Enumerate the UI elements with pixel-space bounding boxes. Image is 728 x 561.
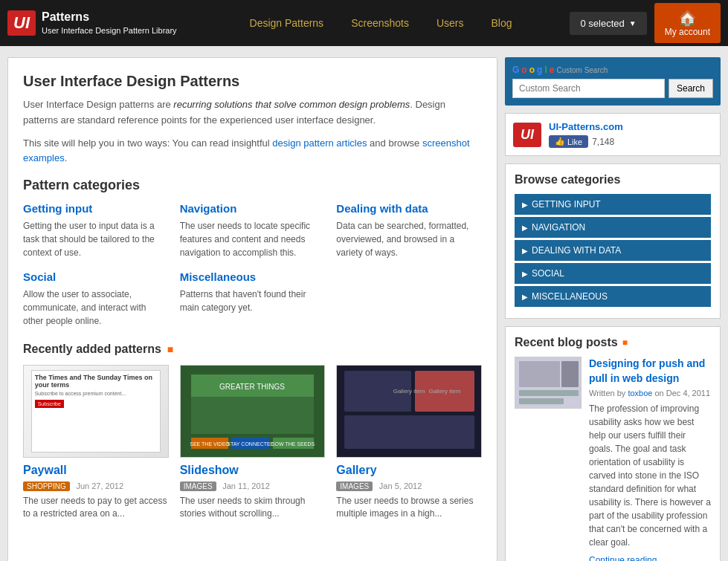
main-nav: Design Patterns Screenshots Users Blog	[192, 11, 570, 35]
browse-categories-box: Browse categories ▶ GETTING INPUT ▶ NAVI…	[505, 163, 721, 319]
facebook-like-row: 👍 Like 7,148	[549, 135, 623, 148]
intro-text-2: This site will help you in two ways: You…	[23, 136, 482, 167]
category-navigation-desc: The user needs to locate specific featur…	[180, 219, 326, 259]
slideshow-meta: IMAGES Jan 11, 2012	[180, 480, 326, 491]
category-social-desc: Allow the user to associate, communicate…	[23, 288, 169, 328]
cat-arrow-icon-5: ▶	[522, 293, 528, 301]
category-navigation-link[interactable]: Navigation	[180, 202, 326, 215]
design-pattern-link[interactable]: design pattern articles	[272, 137, 367, 149]
category-getting-input-link[interactable]: Getting input	[23, 202, 169, 215]
recently-added-title: Recently added patterns ■	[23, 343, 482, 356]
paywall-thumb-inner: The Times and The Sunday Times on your t…	[31, 370, 161, 453]
blog-post-title[interactable]: Designing for push and pull in web desig…	[589, 357, 711, 386]
sidebar-cat-getting-input[interactable]: ▶ GETTING INPUT	[515, 194, 711, 215]
blog-post-date: Dec 4, 2011	[666, 389, 710, 398]
logo-icon: UI	[7, 10, 36, 36]
nav-users[interactable]: Users	[425, 11, 476, 35]
sidebar-cat-social[interactable]: ▶ SOCIAL	[515, 263, 711, 284]
svg-rect-18	[519, 390, 579, 396]
slideshow-desc: The user needs to skim through stories w…	[180, 495, 326, 520]
svg-text:STAY CONNECTED: STAY CONNECTED	[227, 441, 274, 447]
patterns-grid: The Times and The Sunday Times on your t…	[23, 365, 482, 520]
gallery-title[interactable]: Gallery	[336, 464, 482, 477]
svg-rect-13	[344, 415, 474, 449]
svg-text:Gallery item: Gallery item	[428, 388, 460, 395]
recent-posts-title: Recent blog posts ■	[515, 336, 711, 349]
logo-subtitle: User Interface Design Pattern Library	[42, 26, 177, 35]
facebook-like-button[interactable]: 👍 Like	[549, 135, 588, 148]
cat-arrow-icon-4: ▶	[522, 270, 528, 278]
custom-search-label: Custom Search	[556, 66, 608, 74]
nav-screenshots[interactable]: Screenshots	[339, 11, 421, 35]
blog-post-content: Designing for push and pull in web desig…	[589, 357, 711, 561]
pattern-card-gallery: Gallery item Gallery item Gallery IMAGES…	[336, 365, 482, 520]
svg-text:SOW THE SEEDS: SOW THE SEEDS	[271, 441, 315, 447]
browse-categories-title: Browse categories	[515, 173, 711, 187]
paywall-desc: The user needs to pay to get access to a…	[23, 495, 169, 520]
slideshow-date: Jan 11, 2012	[222, 481, 270, 490]
cat-arrow-icon-3: ▶	[522, 247, 528, 255]
selected-button[interactable]: 0 selected ▼	[570, 12, 646, 35]
svg-rect-17	[519, 361, 560, 387]
gallery-desc: The user needs to browse a series multip…	[336, 495, 482, 520]
header: UI Patterns User Interface Design Patter…	[0, 0, 728, 46]
paywall-date: Jun 27, 2012	[76, 481, 123, 490]
blog-post-container: Designing for push and pull in web desig…	[515, 357, 711, 561]
category-dealing-desc: Data can be searched, formatted, overvie…	[336, 219, 482, 259]
category-misc-desc: Patterns that haven't found their main c…	[180, 288, 326, 314]
nav-blog[interactable]: Blog	[480, 11, 524, 35]
page-container: User Interface Design Patterns User Inte…	[0, 46, 728, 561]
pattern-card-paywall: The Times and The Sunday Times on your t…	[23, 365, 169, 520]
account-label: My account	[665, 27, 710, 37]
category-dealing-link[interactable]: Dealing with data	[336, 202, 482, 215]
main-content: User Interface Design Patterns User Inte…	[7, 57, 497, 561]
logo-brand: Patterns	[42, 10, 177, 25]
sidebar-cat-navigation[interactable]: ▶ NAVIGATION	[515, 217, 711, 238]
category-navigation: Navigation The user needs to locate spec…	[180, 202, 326, 259]
svg-text:Gallery item: Gallery item	[393, 388, 425, 395]
screenshot-examples-link[interactable]: screenshot examples	[23, 137, 470, 164]
category-dealing-with-data: Dealing with data Data can be searched, …	[336, 202, 482, 259]
category-misc-link[interactable]: Miscellaneous	[180, 270, 326, 283]
slideshow-badge: IMAGES	[180, 481, 216, 491]
svg-text:GREATER THINGS: GREATER THINGS	[219, 383, 285, 391]
logo: UI Patterns User Interface Design Patter…	[7, 10, 177, 36]
cat-arrow-icon-2: ▶	[522, 224, 528, 232]
sidebar-cat-dealing-with-data[interactable]: ▶ DEALING WITH DATA	[515, 240, 711, 261]
svg-text:SEE THE VIDEO: SEE THE VIDEO	[190, 441, 230, 447]
category-miscellaneous: Miscellaneous Patterns that haven't foun…	[180, 270, 326, 328]
sidebar: Google Custom Search Search UI UI-Patter…	[505, 57, 721, 561]
google-brand: Google Custom Search	[512, 65, 713, 75]
search-button[interactable]: Search	[669, 79, 713, 98]
slideshow-title[interactable]: Slideshow	[180, 464, 326, 477]
pattern-card-slideshow: GREATER THINGS SEE THE VIDEO STAY CONNEC…	[180, 365, 326, 520]
paywall-thumbnail: The Times and The Sunday Times on your t…	[23, 365, 169, 458]
gallery-thumbnail: Gallery item Gallery item	[336, 365, 482, 458]
svg-rect-20	[561, 361, 579, 387]
paywall-title[interactable]: Paywall	[23, 464, 169, 477]
nav-design-patterns[interactable]: Design Patterns	[238, 11, 336, 35]
blog-author-link[interactable]: toxboe	[628, 389, 652, 398]
page-title: User Interface Design Patterns	[23, 73, 482, 90]
facebook-site-name[interactable]: UI-Patterns.com	[549, 121, 623, 132]
dropdown-arrow-icon: ▼	[629, 19, 637, 27]
blog-thumb-svg	[515, 357, 582, 409]
category-social: Social Allow the user to associate, comm…	[23, 270, 169, 328]
category-social-link[interactable]: Social	[23, 270, 169, 283]
fb-thumbs-icon: 👍	[555, 137, 565, 146]
selected-label: 0 selected	[580, 18, 624, 29]
gallery-svg: Gallery item Gallery item	[341, 367, 478, 456]
continue-reading-link[interactable]: Continue reading	[589, 555, 711, 561]
logo-text: Patterns User Interface Design Pattern L…	[42, 10, 177, 36]
pattern-categories-section: Pattern categories Getting input Getting…	[23, 178, 482, 328]
categories-title: Pattern categories	[23, 178, 482, 193]
search-box: Google Custom Search Search	[505, 57, 721, 106]
account-button[interactable]: 🏠 My account	[654, 3, 721, 43]
facebook-box: UI UI-Patterns.com 👍 Like 7,148	[505, 113, 721, 156]
search-input[interactable]	[512, 79, 665, 98]
slideshow-svg: GREATER THINGS SEE THE VIDEO STAY CONNEC…	[184, 367, 321, 456]
blog-post-thumbnail	[515, 357, 582, 409]
category-getting-input-desc: Getting the user to input data is a task…	[23, 219, 169, 259]
gallery-date: Jan 5, 2012	[379, 481, 422, 490]
sidebar-cat-miscellaneous[interactable]: ▶ MISCELLANEOUS	[515, 286, 711, 307]
